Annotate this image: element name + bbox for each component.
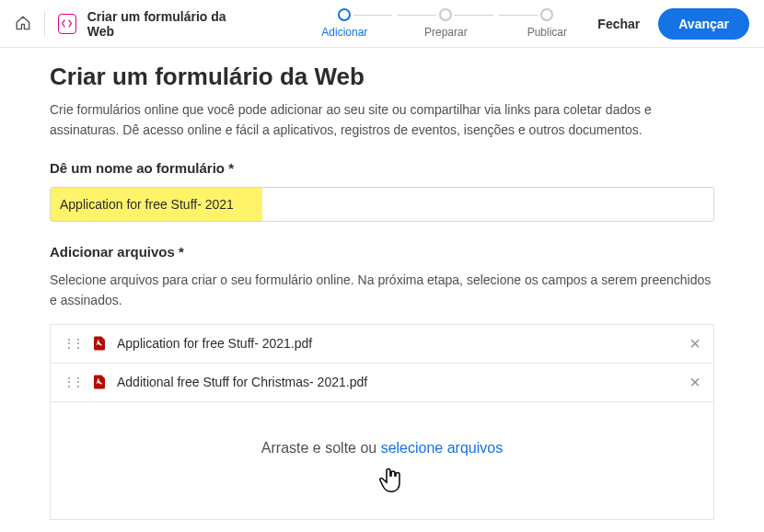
file-list: ⋮⋮ Application for free Stuff- 2021.pdf …: [50, 324, 714, 402]
stepper: Adicionar Preparar Publicar: [294, 8, 597, 39]
step-circle-icon: [338, 8, 351, 21]
webform-icon: [58, 14, 76, 34]
pdf-icon: [91, 374, 108, 390]
next-button[interactable]: Avançar: [658, 8, 749, 40]
dropzone-text: Arraste e solte ou selecione arquivos: [261, 440, 503, 457]
file-row: ⋮⋮ Application for free Stuff- 2021.pdf …: [51, 325, 713, 364]
home-icon[interactable]: [15, 15, 31, 33]
form-name-input[interactable]: [50, 187, 714, 222]
remove-file-icon[interactable]: ×: [689, 372, 700, 393]
step-add[interactable]: Adicionar: [294, 8, 395, 39]
topbar: Criar um formulário da Web Adicionar Pre…: [0, 0, 764, 48]
step-circle-icon: [540, 8, 553, 21]
file-name: Additional free Stuff for Christmas- 202…: [117, 375, 689, 389]
add-files-description: Selecione arquivos para criar o seu form…: [50, 271, 714, 310]
remove-file-icon[interactable]: ×: [689, 333, 700, 354]
file-dropzone[interactable]: Arraste e solte ou selecione arquivos: [50, 402, 714, 520]
file-row: ⋮⋮ Additional free Stuff for Christmas- …: [51, 364, 713, 402]
page-description: Crie formulários online que você pode ad…: [50, 100, 714, 140]
add-files-label: Adicionar arquivos *: [50, 244, 714, 260]
drag-handle-icon[interactable]: ⋮⋮: [64, 337, 82, 350]
divider: [44, 11, 45, 37]
step-publish[interactable]: Publicar: [496, 8, 597, 39]
cursor-hand-icon: [378, 465, 404, 498]
select-files-link[interactable]: selecione arquivos: [381, 440, 504, 456]
close-button[interactable]: Fechar: [597, 17, 640, 31]
step-label: Adicionar: [321, 26, 367, 39]
step-circle-icon: [439, 8, 452, 21]
file-name: Application for free Stuff- 2021.pdf: [117, 336, 689, 351]
step-label: Preparar: [424, 26, 468, 39]
pdf-icon: [91, 335, 108, 352]
step-label: Publicar: [527, 26, 567, 39]
step-prepare[interactable]: Preparar: [395, 8, 496, 39]
main-content: Criar um formulário da Web Crie formulár…: [0, 48, 764, 532]
dropzone-prefix: Arraste e solte ou: [261, 440, 381, 456]
form-name-label: Dê um nome ao formulário *: [50, 160, 714, 176]
page-heading: Criar um formulário da Web: [50, 63, 714, 91]
topbar-title: Criar um formulário da Web: [87, 9, 239, 39]
drag-handle-icon[interactable]: ⋮⋮: [64, 376, 82, 388]
